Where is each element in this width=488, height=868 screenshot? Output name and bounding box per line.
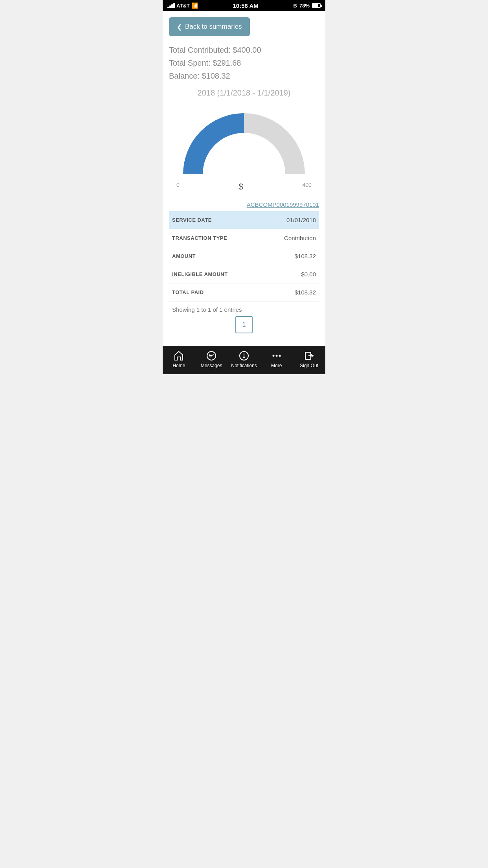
chart-center-label: $ — [238, 182, 243, 192]
table-cell-label: TOTAL PAID — [169, 283, 262, 302]
carrier-label: AT&T — [176, 3, 190, 9]
back-button-label: Back to summaries — [185, 23, 242, 31]
summary-stats: Total Contributed: $400.00 Total Spent: … — [169, 46, 319, 81]
chart-labels: 0 $ 400 — [176, 182, 312, 192]
chart-left-label: 0 — [176, 182, 180, 192]
svg-point-7 — [275, 355, 277, 357]
page-1-button[interactable]: 1 — [235, 316, 253, 333]
more-icon — [271, 350, 282, 361]
entries-text: Showing 1 to 1 of 1 entries — [172, 306, 316, 313]
nav-more[interactable]: More — [260, 350, 293, 368]
pagination: 1 — [169, 316, 319, 333]
nav-messages-label: Messages — [201, 363, 222, 368]
wifi-icon: 📶 — [191, 2, 198, 9]
table-row: AMOUNT$108.32 — [169, 247, 319, 265]
status-left: AT&T 📶 — [167, 2, 198, 9]
total-spent: Total Spent: $291.68 — [169, 59, 319, 68]
table-cell-value: Contribution — [262, 229, 319, 247]
chart-container: 0 $ 400 — [169, 105, 319, 192]
bottom-nav: Home Messages Notifications — [163, 346, 325, 374]
svg-point-8 — [279, 355, 281, 357]
battery-icon — [312, 3, 321, 8]
svg-point-5 — [244, 357, 244, 358]
account-id[interactable]: ACBCOMP0001999970101 — [169, 201, 319, 208]
donut-chart — [177, 105, 311, 180]
signout-icon — [304, 350, 315, 361]
table-row: TOTAL PAID$108.32 — [169, 283, 319, 302]
table-cell-label: TRANSACTION TYPE — [169, 229, 262, 247]
table-row: TRANSACTION TYPEContribution — [169, 229, 319, 247]
home-icon — [173, 350, 184, 361]
table-cell-value: 01/01/2018 — [262, 211, 319, 229]
signal-bars-icon — [167, 3, 175, 8]
svg-point-6 — [272, 355, 274, 357]
nav-signout-label: Sign Out — [300, 363, 318, 368]
battery-label: 78% — [299, 3, 310, 9]
status-bar: AT&T 📶 10:56 AM B 78% — [163, 0, 325, 11]
table-cell-label: SERVICE DATE — [169, 211, 262, 229]
period-heading: 2018 (1/1/2018 - 1/1/2019) — [169, 88, 319, 97]
table-cell-value: $0.00 — [262, 265, 319, 283]
chart-right-label: 400 — [303, 182, 312, 192]
nav-messages[interactable]: Messages — [195, 350, 228, 368]
back-to-summaries-button[interactable]: ❮ Back to summaries — [169, 17, 250, 36]
balance: Balance: $108.32 — [169, 72, 319, 81]
nav-home-label: Home — [172, 363, 185, 368]
nav-notifications[interactable]: Notifications — [228, 350, 261, 368]
total-contributed: Total Contributed: $400.00 — [169, 46, 319, 55]
table-cell-label: INELIGIBLE AMOUNT — [169, 265, 262, 283]
nav-home[interactable]: Home — [163, 350, 195, 368]
messages-icon — [206, 350, 217, 361]
bluetooth-icon: B — [294, 3, 297, 9]
nav-notifications-label: Notifications — [231, 363, 257, 368]
table-cell-label: AMOUNT — [169, 247, 262, 265]
notifications-icon — [238, 350, 250, 361]
table-cell-value: $108.32 — [262, 283, 319, 302]
nav-signout[interactable]: Sign Out — [293, 350, 325, 368]
status-right: B 78% — [294, 3, 321, 9]
table-row: SERVICE DATE01/01/2018 — [169, 211, 319, 229]
chevron-left-icon: ❮ — [177, 23, 182, 31]
table-cell-value: $108.32 — [262, 247, 319, 265]
main-content: ❮ Back to summaries Total Contributed: $… — [163, 11, 325, 346]
chart-svg-wrap — [169, 105, 319, 180]
data-table: SERVICE DATE01/01/2018TRANSACTION TYPECo… — [169, 211, 319, 302]
time-label: 10:56 AM — [233, 2, 258, 9]
nav-more-label: More — [271, 363, 282, 368]
table-row: INELIGIBLE AMOUNT$0.00 — [169, 265, 319, 283]
